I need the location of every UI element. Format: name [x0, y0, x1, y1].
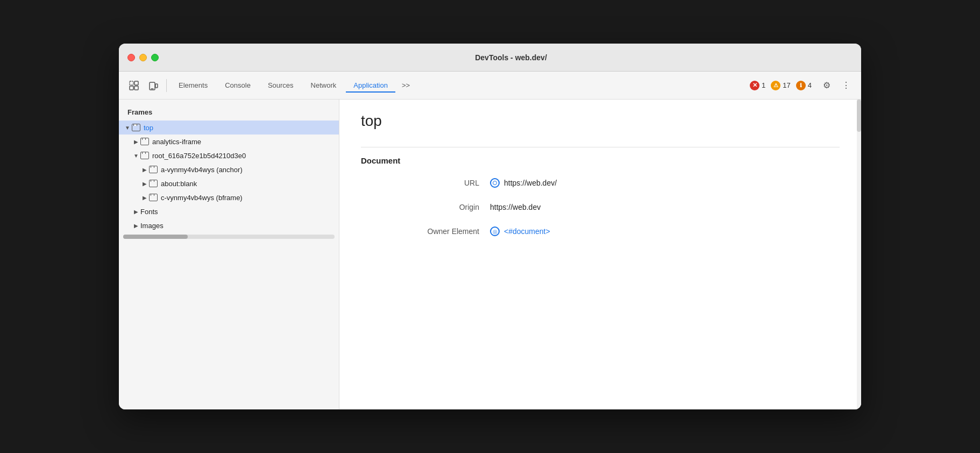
- toggle-icon-images: ▶: [132, 221, 140, 230]
- warning-icon: ⚠: [771, 81, 780, 90]
- frame-icon-about: [149, 180, 158, 187]
- sidebar-item-label-fonts: Fonts: [140, 208, 158, 216]
- tab-elements[interactable]: Elements: [171, 78, 215, 93]
- main-content: Frames ▼ top ▶ analytics-iframe ▼ root_6…: [119, 100, 861, 409]
- more-tabs-button[interactable]: >>: [397, 79, 414, 91]
- owner-element-label: Owner Element: [382, 226, 490, 236]
- sidebar-item-label-about: about:blank: [161, 180, 197, 188]
- sidebar-item-label-root: root_616a752e1b5d4210d3e0: [152, 152, 246, 160]
- sidebar-item-label-c-vynmy: c-vynmy4vb4wys (bframe): [161, 194, 243, 202]
- panel-title: top: [361, 112, 840, 130]
- sidebar-item-label-top: top: [144, 124, 153, 132]
- svg-rect-2: [130, 86, 133, 90]
- settings-button[interactable]: ⚙: [818, 77, 835, 94]
- close-button[interactable]: [127, 54, 135, 61]
- info-icon: ℹ: [796, 81, 806, 90]
- sidebar-item-top[interactable]: ▼ top: [119, 121, 339, 135]
- vertical-scrollbar-thumb: [857, 100, 861, 132]
- sidebar-item-images[interactable]: ▶ Images: [119, 218, 339, 232]
- sidebar-item-analytics-iframe[interactable]: ▶ analytics-iframe: [119, 135, 339, 148]
- owner-element-value: ◎ <#document>: [490, 226, 840, 236]
- error-badge[interactable]: ✕ 1: [750, 81, 765, 90]
- owner-icon: ◎: [490, 226, 500, 236]
- frame-icon-root: [140, 152, 149, 159]
- toggle-icon-about: ▶: [140, 179, 149, 188]
- url-text: https://web.dev/: [504, 179, 557, 187]
- toolbar-sep-1: [166, 79, 167, 92]
- origin-label: Origin: [382, 203, 490, 211]
- owner-element-link[interactable]: <#document>: [504, 227, 550, 236]
- sidebar-item-label-images: Images: [140, 222, 164, 230]
- frame-icon-a-vynmy: [149, 166, 158, 173]
- sidebar-item-c-vynmy[interactable]: ▶ c-vynmy4vb4wys (bframe): [119, 190, 339, 204]
- toggle-icon-fonts: ▶: [132, 207, 140, 216]
- tab-application[interactable]: Application: [346, 78, 395, 93]
- error-count: 1: [762, 81, 765, 89]
- svg-rect-1: [134, 81, 138, 85]
- title-bar: DevTools - web.dev/: [119, 44, 861, 72]
- window-title: DevTools - web.dev/: [169, 53, 853, 62]
- url-label: URL: [382, 178, 490, 188]
- svg-rect-3: [134, 86, 138, 90]
- sidebar-scrollbar[interactable]: [123, 235, 335, 239]
- badge-group: ✕ 1 ⚠ 17 ℹ 4: [750, 81, 812, 90]
- info-count: 4: [808, 81, 812, 89]
- sidebar-scrollbar-thumb: [123, 235, 188, 239]
- sidebar: Frames ▼ top ▶ analytics-iframe ▼ root_6…: [119, 100, 339, 409]
- vertical-scrollbar[interactable]: [857, 100, 861, 409]
- url-value: https://web.dev/: [490, 178, 840, 188]
- sidebar-item-a-vynmy[interactable]: ▶ a-vynmy4vb4wys (anchor): [119, 162, 339, 176]
- url-icon: [490, 178, 500, 188]
- info-badge[interactable]: ℹ 4: [796, 81, 812, 90]
- toggle-icon-root: ▼: [132, 151, 140, 160]
- toolbar: Elements Console Sources Network Applica…: [119, 72, 861, 100]
- minimize-button[interactable]: [139, 54, 147, 61]
- section-title: Document: [361, 156, 840, 165]
- devtools-window: DevTools - web.dev/ Elements Console Sou…: [119, 44, 861, 409]
- warning-badge[interactable]: ⚠ 17: [771, 81, 790, 90]
- toggle-icon-c-vynmy: ▶: [140, 193, 149, 202]
- more-options-button[interactable]: ⋮: [837, 77, 855, 94]
- right-panel: top Document URL https://web.dev/ Origin…: [339, 100, 861, 409]
- info-grid: URL https://web.dev/ Origin https://web.…: [382, 178, 840, 236]
- maximize-button[interactable]: [151, 54, 159, 61]
- svg-rect-0: [130, 81, 133, 85]
- frame-icon-c-vynmy: [149, 194, 158, 201]
- inspect-element-button[interactable]: [125, 77, 143, 94]
- divider-1: [361, 147, 840, 147]
- tab-network[interactable]: Network: [303, 78, 344, 93]
- error-icon: ✕: [750, 81, 759, 90]
- toggle-icon-a-vynmy: ▶: [140, 165, 149, 174]
- traffic-lights: [127, 54, 159, 61]
- sidebar-item-root[interactable]: ▼ root_616a752e1b5d4210d3e0: [119, 148, 339, 162]
- sidebar-item-fonts[interactable]: ▶ Fonts: [119, 204, 339, 218]
- frame-icon-top: [132, 124, 140, 131]
- toggle-icon-analytics: ▶: [132, 137, 140, 146]
- tab-sources[interactable]: Sources: [260, 78, 301, 93]
- svg-rect-5: [155, 84, 158, 88]
- tab-console[interactable]: Console: [217, 78, 258, 93]
- warning-count: 17: [783, 81, 790, 89]
- sidebar-item-label-analytics: analytics-iframe: [152, 138, 201, 146]
- frame-icon-analytics: [140, 138, 149, 145]
- sidebar-item-label-a-vynmy: a-vynmy4vb4wys (anchor): [161, 166, 243, 174]
- device-toolbar-button[interactable]: [145, 77, 162, 94]
- sidebar-item-about-blank[interactable]: ▶ about:blank: [119, 176, 339, 190]
- right-panel-inner: top Document URL https://web.dev/ Origin…: [339, 100, 861, 249]
- toggle-icon-top: ▼: [123, 123, 132, 132]
- origin-text: https://web.dev: [490, 203, 541, 211]
- sidebar-section-header: Frames: [119, 104, 339, 121]
- origin-value: https://web.dev: [490, 203, 840, 211]
